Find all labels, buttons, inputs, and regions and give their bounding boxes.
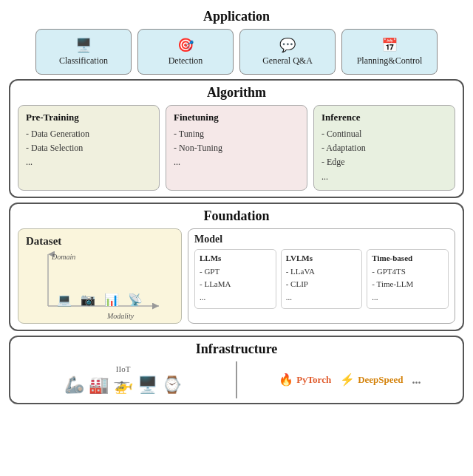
pretraining-title: Pre-Training <box>26 112 152 123</box>
algorithm-cards: Pre-Training - Data Generation - Data Se… <box>18 105 455 191</box>
inference-body: - Continual - Adaptation - Edge ... <box>321 127 447 184</box>
llms-item-2: - LLaMA <box>200 278 271 291</box>
finetuning-item-1: - Tuning <box>174 127 299 141</box>
model-subcards: LLMs - GPT - LLaMA ... LVLMs - LLaVA - C… <box>194 249 449 309</box>
model-card: Model LLMs - GPT - LLaMA ... LVLMs - LL <box>188 228 455 324</box>
lvlms-body: - LLaVA - CLIP ... <box>286 265 358 305</box>
deepspeed-icon: ⚡ <box>340 373 355 387</box>
pretraining-body: - Data Generation - Data Selection ... <box>26 127 152 170</box>
svg-text:Domain: Domain <box>51 253 75 261</box>
foundation-title: Foundation <box>18 208 455 224</box>
inference-title: Inference <box>321 112 447 123</box>
finetuning-body: - Tuning - Non-Tuning ... <box>174 127 299 170</box>
general-qa-icon: 💬 <box>279 37 296 53</box>
algo-card-finetuning: Finetuning - Tuning - Non-Tuning ... <box>166 105 307 191</box>
robot-arm-icon: 🦾 <box>64 375 84 395</box>
application-cards: 🖥️ Classification 🎯 Detection 💬 General … <box>9 29 464 75</box>
finetuning-item-3: ... <box>174 155 299 169</box>
general-qa-label: General Q&A <box>262 55 313 67</box>
dataset-title: Dataset <box>26 235 174 248</box>
classification-icon: 🖥️ <box>75 37 92 53</box>
pytorch-icon: 🔥 <box>279 373 293 387</box>
forklift-icon: 🏭 <box>89 375 109 395</box>
foundation-inner: Dataset <box>18 228 455 324</box>
time-item-1: - GPT4TS <box>372 265 443 279</box>
infra-device-icons: 🦾 🏭 🚁 🖥️ ⌚ <box>64 375 182 395</box>
application-section: Application 🖥️ Classification 🎯 Detectio… <box>9 6 464 75</box>
classification-label: Classification <box>59 55 108 67</box>
model-title: Model <box>194 234 449 245</box>
svg-text:📷: 📷 <box>81 293 95 307</box>
time-item-3: ... <box>372 291 443 305</box>
inference-item-3: - Edge <box>321 155 447 169</box>
pytorch-tool: 🔥 PyTorch <box>279 373 331 387</box>
planning-icon: 📅 <box>381 37 398 53</box>
infrastructure-inner: IIoT 🦾 🏭 🚁 🖥️ ⌚ 🔥 PyTorch ⚡ DeepSpeed <box>18 361 455 398</box>
inference-item-1: - Continual <box>321 127 447 141</box>
svg-text:📊: 📊 <box>104 293 119 307</box>
detection-label: Detection <box>169 55 203 67</box>
infra-divider <box>236 361 237 398</box>
dataset-axes-svg: Domain Modality 💻 📷 📊 📡 <box>26 251 174 324</box>
dataset-chart: Domain Modality 💻 📷 📊 📡 <box>26 251 174 317</box>
algo-card-pretraining: Pre-Training - Data Generation - Data Se… <box>18 105 160 191</box>
pytorch-label: PyTorch <box>296 374 331 386</box>
model-subcard-lvlms: LVLMs - LLaVA - CLIP ... <box>281 249 363 309</box>
iiot-label: IIoT <box>116 364 131 373</box>
llms-item-3: ... <box>200 291 271 305</box>
time-item-2: - Time-LLM <box>372 278 443 291</box>
pretraining-item-2: - Data Selection <box>26 141 152 155</box>
app-card-planning: 📅 Planning&Control <box>341 29 438 75</box>
dataset-card: Dataset <box>18 228 182 324</box>
inference-item-4: ... <box>321 170 447 184</box>
model-subcard-time: Time-based - GPT4TS - Time-LLM ... <box>367 249 449 309</box>
finetuning-item-2: - Non-Tuning <box>174 141 299 155</box>
finetuning-title: Finetuning <box>174 112 299 123</box>
lvlms-item-2: - CLIP <box>286 278 358 291</box>
time-title: Time-based <box>372 254 443 262</box>
planning-label: Planning&Control <box>357 55 423 67</box>
pretraining-item-3: ... <box>26 155 152 169</box>
llms-item-1: - GPT <box>200 265 271 279</box>
algorithm-title: Algorithm <box>18 85 455 101</box>
app-card-detection: 🎯 Detection <box>137 29 234 75</box>
algo-card-inference: Inference - Continual - Adaptation - Edg… <box>313 105 455 191</box>
llms-body: - GPT - LLaMA ... <box>200 265 271 305</box>
inference-item-2: - Adaptation <box>321 141 447 155</box>
svg-text:📡: 📡 <box>128 293 143 307</box>
watch-icon: ⌚ <box>162 375 182 395</box>
lvlms-title: LVLMs <box>286 254 358 262</box>
app-card-classification: 🖥️ Classification <box>35 29 132 75</box>
deepspeed-tool: ⚡ DeepSpeed <box>340 373 403 387</box>
infra-right: 🔥 PyTorch ⚡ DeepSpeed ... <box>245 373 455 387</box>
application-title: Application <box>9 9 464 24</box>
pretraining-item-1: - Data Generation <box>26 127 152 141</box>
infra-left: IIoT 🦾 🏭 🚁 🖥️ ⌚ <box>18 364 228 395</box>
deepspeed-label: DeepSpeed <box>358 374 403 386</box>
model-subcard-llms: LLMs - GPT - LLaMA ... <box>194 249 276 309</box>
svg-text:💻: 💻 <box>57 293 72 307</box>
app-card-general-qa: 💬 General Q&A <box>239 29 336 75</box>
svg-text:Modality: Modality <box>106 312 135 320</box>
llms-title: LLMs <box>200 254 271 262</box>
lvlms-item-1: - LLaVA <box>286 265 358 279</box>
foundation-section: Foundation Dataset <box>9 203 464 331</box>
algorithm-section: Algorithm Pre-Training - Data Generation… <box>9 79 464 198</box>
detection-icon: 🎯 <box>177 37 194 53</box>
infrastructure-title: Infrastructure <box>18 341 455 357</box>
infra-more: ... <box>412 373 421 387</box>
main-container: Application 🖥️ Classification 🎯 Detectio… <box>0 0 473 476</box>
monitor-icon: 🖥️ <box>137 375 157 395</box>
infrastructure-section: Infrastructure IIoT 🦾 🏭 🚁 🖥️ ⌚ 🔥 PyTorch <box>9 336 464 404</box>
drone-icon: 🚁 <box>113 375 133 395</box>
time-body: - GPT4TS - Time-LLM ... <box>372 265 443 305</box>
lvlms-item-3: ... <box>286 291 358 305</box>
